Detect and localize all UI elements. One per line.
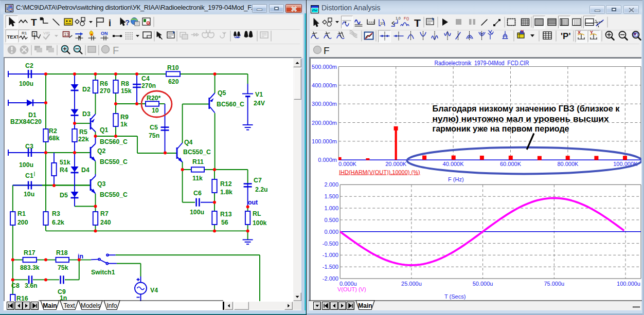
svg-text:T (Secs): T (Secs)	[444, 293, 466, 300]
svg-text:C3: C3	[25, 143, 33, 150]
svg-text:300.000m: 300.000m	[312, 101, 337, 107]
svg-text:75k: 75k	[58, 264, 68, 271]
svg-text:F (Hz): F (Hz)	[448, 176, 464, 182]
svg-text:C4: C4	[141, 75, 150, 82]
svg-text:R8: R8	[121, 80, 129, 87]
svg-text:out: out	[248, 199, 258, 206]
svg-text:-1.500: -1.500	[323, 264, 338, 270]
svg-text:R20*: R20*	[147, 95, 161, 102]
svg-text:R1: R1	[17, 210, 26, 217]
svg-text:-0.500: -0.500	[323, 240, 338, 247]
svg-text:Q1: Q1	[100, 126, 109, 134]
svg-text:нулю) ничтожно мал и уровень в: нулю) ничтожно мал и уровень высших	[433, 114, 610, 123]
svg-text:270: 270	[100, 87, 111, 95]
svg-text:100u: 100u	[19, 80, 33, 87]
svg-text:RL: RL	[253, 210, 261, 217]
svg-text:22k: 22k	[78, 136, 89, 143]
svg-text:56: 56	[221, 219, 228, 226]
svg-text:0.500: 0.500	[324, 217, 338, 223]
svg-text:500.000m: 500.000m	[312, 64, 337, 70]
svg-text:25.000u: 25.000u	[401, 281, 422, 287]
svg-text:0.000m: 0.000m	[318, 157, 337, 163]
svg-text:Благодаря низкому значению ГВЗ: Благодаря низкому значению ГВЗ (близкое …	[433, 104, 620, 113]
svg-text:1.0: 1.0	[396, 16, 401, 20]
svg-text:in: in	[78, 253, 83, 260]
svg-text:15k: 15k	[121, 87, 132, 95]
svg-text:0.000K: 0.000K	[338, 161, 357, 167]
svg-text:100.000m: 100.000m	[312, 138, 337, 144]
svg-text:R9: R9	[120, 114, 129, 121]
svg-text:24V: 24V	[254, 100, 265, 107]
svg-text:0.000: 0.000	[324, 229, 338, 235]
svg-text:40.000K: 40.000K	[443, 161, 464, 167]
svg-text:V1: V1	[255, 91, 263, 98]
svg-text:R3: R3	[52, 210, 60, 217]
svg-text:V(OUT) (V): V(OUT) (V)	[337, 286, 366, 292]
svg-text:200: 200	[17, 219, 28, 226]
svg-text:6.2k: 6.2k	[52, 219, 64, 226]
svg-text:C7: C7	[254, 177, 262, 184]
svg-text:100.000u: 100.000u	[617, 281, 640, 287]
svg-text:T: T	[414, 17, 421, 29]
svg-text:883.3k: 883.3k	[20, 264, 40, 271]
svg-text:75n: 75n	[149, 132, 159, 139]
svg-text:100k: 100k	[253, 219, 267, 227]
svg-text:-2.000: -2.000	[323, 275, 338, 282]
svg-text:R13: R13	[220, 211, 232, 218]
svg-text:10: 10	[380, 22, 384, 25]
svg-text:F: F	[324, 45, 330, 56]
svg-text:R17: R17	[24, 249, 35, 256]
svg-text:C1: C1	[25, 172, 33, 179]
svg-text:68k: 68k	[49, 135, 60, 142]
svg-text:51k: 51k	[60, 159, 70, 166]
svg-text:620: 620	[168, 78, 179, 85]
svg-text:100u: 100u	[19, 161, 33, 169]
svg-text:Info: Info	[106, 302, 117, 309]
svg-text:R18: R18	[56, 249, 68, 256]
svg-text:D3: D3	[82, 110, 91, 118]
svg-text:BC560_C: BC560_C	[100, 138, 128, 145]
svg-text:R5: R5	[79, 128, 87, 136]
svg-text:'P': 'P'	[561, 31, 570, 41]
svg-text:D4: D4	[81, 166, 90, 174]
svg-text:60.000K: 60.000K	[500, 161, 522, 167]
svg-text:R2: R2	[49, 127, 57, 135]
svg-text:400.000m: 400.000m	[312, 82, 337, 88]
svg-text:200.000m: 200.000m	[312, 120, 337, 126]
svg-text:C6: C6	[193, 190, 202, 197]
svg-text:3.6n: 3.6n	[25, 282, 38, 289]
svg-text:2.000: 2.000	[324, 181, 338, 188]
svg-text:20.000K: 20.000K	[385, 161, 407, 167]
svg-text:50.000u: 50.000u	[473, 281, 493, 287]
svg-text:F(): F()	[404, 16, 409, 21]
svg-text:BC550_C: BC550_C	[100, 191, 128, 198]
svg-text:R12: R12	[220, 180, 232, 188]
svg-text:80.000K: 80.000K	[557, 161, 579, 167]
svg-text:D2: D2	[82, 86, 91, 93]
svg-text:BC560_C: BC560_C	[217, 101, 244, 108]
svg-text:C8: C8	[11, 282, 20, 289]
svg-text:Main: Main	[358, 302, 372, 309]
svg-text:Models: Models	[81, 302, 101, 309]
svg-text:BZX84C20: BZX84C20	[10, 118, 42, 125]
svg-text:R7: R7	[100, 210, 109, 217]
svg-text:1.000: 1.000	[324, 205, 338, 211]
svg-text:Main: Main	[43, 302, 57, 309]
svg-text:10: 10	[152, 107, 159, 114]
svg-text:Q5: Q5	[218, 89, 226, 97]
svg-text:R10: R10	[167, 64, 179, 71]
svg-text:D5: D5	[60, 192, 68, 199]
svg-text:100u: 100u	[190, 209, 204, 216]
svg-text:1.500: 1.500	[324, 193, 338, 199]
svg-text:C2: C2	[25, 62, 33, 69]
svg-text:Text: Text	[63, 302, 75, 309]
svg-text:Switch1: Switch1	[91, 269, 115, 276]
svg-text:-1.000: -1.000	[323, 252, 338, 258]
svg-text:гармоник уже на первом периоде: гармоник уже на первом периоде	[433, 124, 569, 133]
svg-text:R4: R4	[60, 166, 68, 174]
svg-text:11k: 11k	[192, 175, 203, 182]
svg-text:Q4: Q4	[184, 139, 193, 146]
svg-text:R11: R11	[192, 158, 204, 165]
svg-text:75.000u: 75.000u	[544, 281, 564, 287]
svg-text:IHD(HARM(V(OUT)),10000) (%): IHD(HARM(V(OUT)),10000) (%)	[339, 169, 420, 175]
